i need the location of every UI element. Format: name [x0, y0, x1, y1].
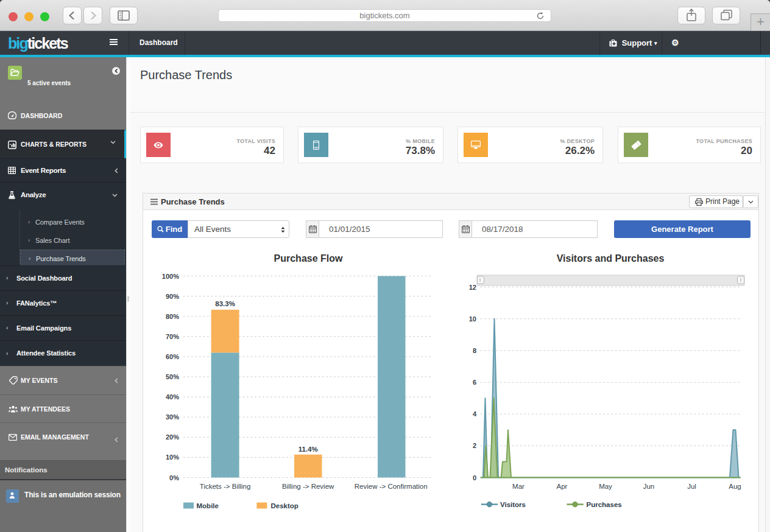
svg-text:Purchase Flow: Purchase Flow [274, 253, 343, 264]
svg-text:30%: 30% [166, 413, 179, 421]
svg-text:83.3%: 83.3% [215, 300, 235, 307]
svg-text:60%: 60% [166, 353, 179, 360]
svg-text:Mar: Mar [512, 483, 525, 490]
svg-text:2: 2 [473, 442, 476, 449]
svg-text:Desktop: Desktop [271, 502, 298, 509]
svg-text:Visitors: Visitors [500, 501, 526, 508]
svg-text:Jun: Jun [643, 483, 655, 490]
svg-text:Billing -> Review: Billing -> Review [282, 483, 334, 490]
svg-text:Apr: Apr [557, 483, 568, 490]
svg-text:100%: 100% [162, 273, 179, 280]
svg-text:10: 10 [469, 315, 476, 323]
svg-text:Visitors and Purchases: Visitors and Purchases [557, 253, 665, 264]
svg-text:Review -> Confirmation: Review -> Confirmation [355, 483, 428, 490]
svg-text:4: 4 [473, 410, 477, 418]
svg-text:50%: 50% [166, 373, 179, 380]
svg-text:6: 6 [473, 379, 476, 386]
svg-text:Tickets -> Billing: Tickets -> Billing [200, 483, 251, 490]
svg-text:12: 12 [469, 284, 476, 291]
svg-text:May: May [599, 483, 612, 490]
svg-text:40%: 40% [166, 393, 179, 401]
svg-text:70%: 70% [166, 333, 179, 340]
svg-text:Purchases: Purchases [587, 501, 622, 508]
svg-text:8: 8 [473, 347, 476, 354]
svg-text:Jul: Jul [687, 483, 696, 490]
svg-text:20%: 20% [166, 433, 179, 441]
svg-text:11.4%: 11.4% [298, 446, 318, 453]
svg-text:10%: 10% [166, 453, 179, 461]
svg-text:Aug: Aug [729, 483, 741, 490]
svg-text:90%: 90% [166, 293, 179, 300]
svg-text:80%: 80% [166, 313, 179, 320]
svg-text:Mobile: Mobile [197, 502, 219, 509]
svg-text:0: 0 [473, 474, 476, 481]
svg-text:0%: 0% [169, 474, 179, 481]
